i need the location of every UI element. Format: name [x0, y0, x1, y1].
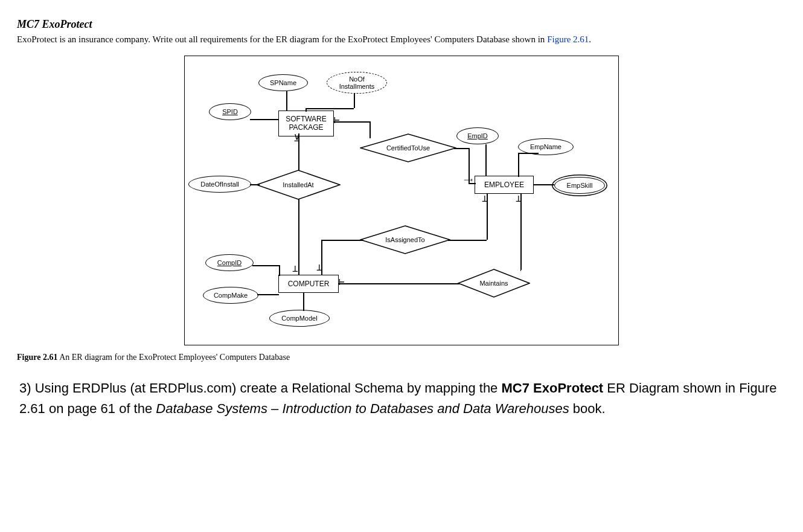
cardinality-icon: ⟂: [516, 194, 522, 204]
cardinality-icon: ⊢: [339, 277, 345, 287]
cardinality-icon: ⟂: [482, 194, 488, 204]
question-text-3: book.: [569, 401, 606, 416]
figure-link[interactable]: Figure 2.61: [547, 34, 589, 44]
rel-is-assigned-to: IsAssignedTo: [360, 225, 450, 254]
entity-computer-label: COMPUTER: [288, 280, 330, 288]
entity-employee-label: EMPLOYEE: [484, 181, 524, 189]
entity-computer: COMPUTER: [278, 275, 339, 293]
rel-installed-at: InstalledAt: [256, 170, 341, 200]
rel-maintains-label: Maintains: [479, 280, 508, 287]
rel-certified-to-use: CertifiedToUse: [360, 133, 456, 162]
section-title: MC7 ExoProtect: [17, 18, 786, 31]
figure-caption: Figure 2.61 An ER diagram for the ExoPro…: [17, 353, 786, 362]
rel-installed-at-label: InstalledAt: [283, 181, 313, 188]
entity-employee: EMPLOYEE: [475, 176, 534, 194]
attr-compmake: CompMake: [203, 287, 258, 304]
question-3: 3) Using ERDPlus (at ERDPlus.com) create…: [19, 378, 784, 419]
intro-paragraph: ExoProtect is an insurance company. Writ…: [17, 34, 786, 45]
rel-certified-to-use-label: CertifiedToUse: [386, 144, 430, 152]
figure-caption-text: An ER diagram for the ExoProtect Employe…: [57, 353, 290, 362]
attr-spid: SPID: [209, 103, 251, 120]
question-text-1: Using ERDPlus (at ERDPlus.com) create a …: [35, 380, 502, 396]
question-italic: Database Systems – Introduction to Datab…: [156, 401, 569, 416]
attr-compmodel: CompModel: [269, 310, 330, 327]
figure-caption-label: Figure 2.61: [17, 353, 57, 362]
attr-dateofinstall: DateOfInstall: [188, 176, 251, 193]
attr-spname: SPName: [258, 74, 308, 91]
rel-maintains: Maintains: [458, 269, 530, 298]
attr-noof-installments: NoOf Installments: [327, 72, 387, 94]
attr-empskill: EmpSkill: [554, 177, 605, 194]
entity-software-package: SOFTWARE PACKAGE: [278, 111, 334, 136]
question-bold: MC7 ExoProtect: [501, 380, 603, 396]
intro-text-pre: ExoProtect is an insurance company. Writ…: [17, 34, 547, 44]
rel-is-assigned-to-label: IsAssignedTo: [385, 236, 424, 243]
cardinality-icon: ⟂: [292, 264, 298, 274]
er-diagram: SOFTWARE PACKAGE SPID SPName NoOf Instal…: [184, 56, 619, 345]
intro-text-post: .: [589, 34, 591, 44]
entity-software-package-label: SOFTWARE PACKAGE: [286, 115, 327, 132]
cardinality-icon: ⊥: [316, 263, 322, 272]
attr-compid: CompID: [205, 254, 254, 271]
cardinality-icon: ⊢: [334, 115, 340, 125]
cardinality-icon: ⊻: [293, 133, 301, 143]
question-number: 3): [19, 380, 35, 396]
attr-empid: EmpID: [456, 127, 499, 144]
cardinality-icon: ⟞: [464, 175, 473, 184]
